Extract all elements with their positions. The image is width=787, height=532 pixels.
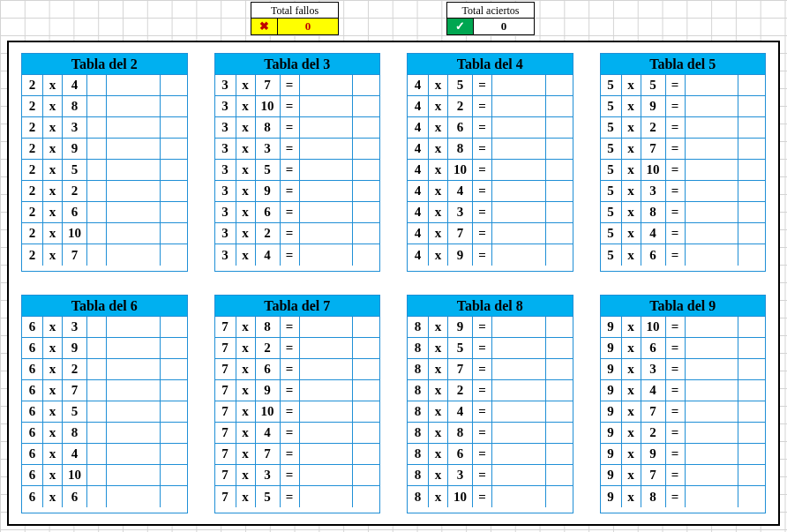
- operator-x: x: [622, 444, 641, 464]
- answer-cell[interactable]: [686, 223, 739, 244]
- answer-cell[interactable]: [107, 465, 161, 485]
- answer-cell[interactable]: [107, 317, 161, 337]
- answer-cell[interactable]: [107, 181, 161, 201]
- answer-cell[interactable]: [492, 380, 546, 401]
- answer-cell[interactable]: [107, 139, 161, 159]
- answer-cell[interactable]: [300, 181, 354, 201]
- answer-cell[interactable]: [492, 465, 546, 485]
- answer-cell[interactable]: [686, 160, 739, 180]
- operand-b: 10: [448, 486, 473, 507]
- answer-cell[interactable]: [686, 423, 739, 443]
- answer-cell[interactable]: [300, 160, 354, 180]
- answer-cell[interactable]: [492, 423, 546, 443]
- answer-cell[interactable]: [300, 244, 354, 266]
- equals-sign: =: [281, 139, 300, 159]
- mult-row: 7x5=: [215, 486, 380, 507]
- operand-b: 3: [448, 202, 473, 222]
- operand-b: 6: [448, 117, 473, 138]
- answer-cell[interactable]: [107, 380, 161, 401]
- answer-cell[interactable]: [492, 444, 546, 464]
- answer-cell[interactable]: [300, 223, 354, 244]
- answer-cell[interactable]: [686, 338, 739, 358]
- answer-cell[interactable]: [300, 75, 354, 95]
- answer-cell[interactable]: [686, 96, 739, 116]
- answer-cell[interactable]: [300, 96, 354, 116]
- answer-cell[interactable]: [107, 202, 161, 222]
- answer-cell[interactable]: [300, 359, 354, 379]
- answer-cell[interactable]: [300, 423, 354, 443]
- answer-cell[interactable]: [300, 444, 354, 464]
- answer-cell[interactable]: [492, 317, 546, 337]
- answer-cell[interactable]: [686, 317, 739, 337]
- answer-cell[interactable]: [686, 181, 739, 201]
- operator-x: x: [622, 338, 641, 358]
- answer-cell[interactable]: [107, 359, 161, 379]
- answer-cell[interactable]: [107, 244, 161, 266]
- answer-cell[interactable]: [492, 96, 546, 116]
- operand-a: 5: [601, 223, 622, 244]
- answer-cell[interactable]: [107, 75, 161, 95]
- equals-sign: =: [87, 317, 107, 337]
- answer-cell[interactable]: [492, 160, 546, 180]
- answer-cell[interactable]: [300, 380, 354, 401]
- operator-x: x: [622, 401, 641, 422]
- operator-x: x: [429, 380, 448, 401]
- answer-cell[interactable]: [686, 244, 739, 266]
- answer-cell[interactable]: [300, 202, 354, 222]
- answer-cell[interactable]: [686, 117, 739, 138]
- equals-sign: =: [473, 338, 492, 358]
- operand-b: 2: [641, 117, 666, 138]
- answer-cell[interactable]: [492, 202, 546, 222]
- answer-cell[interactable]: [492, 401, 546, 422]
- answer-cell[interactable]: [492, 359, 546, 379]
- operator-x: x: [43, 380, 63, 401]
- answer-cell[interactable]: [492, 75, 546, 95]
- operand-a: 8: [408, 359, 429, 379]
- equals-sign: =: [473, 181, 492, 201]
- answer-cell[interactable]: [107, 338, 161, 358]
- answer-cell[interactable]: [686, 75, 739, 95]
- answer-cell[interactable]: [300, 117, 354, 138]
- answer-cell[interactable]: [492, 223, 546, 244]
- answer-cell[interactable]: [300, 465, 354, 485]
- check-cell: [353, 486, 379, 507]
- answer-cell[interactable]: [492, 181, 546, 201]
- answer-cell[interactable]: [492, 244, 546, 266]
- answer-cell[interactable]: [492, 117, 546, 138]
- answer-cell[interactable]: [107, 117, 161, 138]
- operator-x: x: [622, 139, 641, 159]
- answer-cell[interactable]: [107, 423, 161, 443]
- answer-cell[interactable]: [300, 401, 354, 422]
- answer-cell[interactable]: [107, 160, 161, 180]
- answer-cell[interactable]: [492, 139, 546, 159]
- operator-x: x: [236, 359, 256, 379]
- operator-x: x: [236, 465, 256, 485]
- answer-cell[interactable]: [686, 359, 739, 379]
- answer-cell[interactable]: [686, 444, 739, 464]
- answer-cell[interactable]: [300, 139, 354, 159]
- answer-cell[interactable]: [107, 96, 161, 116]
- answer-cell[interactable]: [107, 223, 161, 244]
- answer-cell[interactable]: [107, 444, 161, 464]
- answer-cell[interactable]: [686, 401, 739, 422]
- answer-cell[interactable]: [492, 338, 546, 358]
- mult-row: 5x3=: [601, 181, 766, 202]
- mult-row: 2x8=: [22, 96, 187, 117]
- check-cell: [161, 75, 187, 95]
- answer-cell[interactable]: [686, 465, 739, 485]
- operand-b: 2: [256, 338, 281, 358]
- answer-cell[interactable]: [107, 401, 161, 422]
- answer-cell[interactable]: [300, 486, 354, 507]
- answer-cell[interactable]: [686, 139, 739, 159]
- answer-cell[interactable]: [300, 317, 354, 337]
- mult-table-4: Tabla del 44x5=4x2=4x6=4x8=4x10=4x4=4x3=…: [407, 53, 573, 272]
- operand-a: 5: [601, 244, 622, 266]
- operand-b: 5: [448, 338, 473, 358]
- answer-cell[interactable]: [107, 486, 161, 507]
- answer-cell[interactable]: [686, 380, 739, 401]
- check-cell: [161, 465, 187, 485]
- answer-cell[interactable]: [492, 486, 546, 507]
- answer-cell[interactable]: [300, 338, 354, 358]
- answer-cell[interactable]: [686, 202, 739, 222]
- answer-cell[interactable]: [686, 486, 739, 507]
